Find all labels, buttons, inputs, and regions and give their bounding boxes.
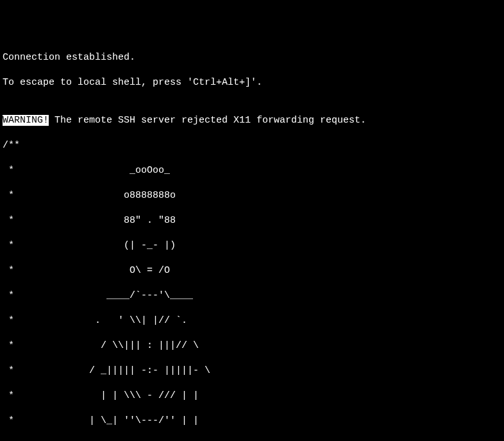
motd-ascii-art: * (| -_- |) — [3, 239, 501, 252]
escape-hint: To escape to local shell, press 'Ctrl+Al… — [3, 76, 501, 89]
motd-ascii-art: * O\ = /O — [3, 264, 501, 277]
motd-ascii-art: * . ' \\| |// `. — [3, 315, 501, 327]
motd-ascii-art: * ____/`---'\____ — [3, 290, 501, 302]
motd-ascii-art: * 88" . "88 — [3, 214, 501, 227]
motd-ascii-art: /** — [3, 139, 501, 152]
motd-ascii-art: * | \_| ''\---/'' | | — [3, 415, 501, 428]
warning-text: The remote SSH server rejected X11 forwa… — [49, 115, 366, 126]
connection-status: Connection established. — [3, 51, 501, 64]
motd-ascii-art: * o8888888o — [3, 189, 501, 202]
warning-label: WARNING! — [3, 115, 49, 126]
motd-ascii-art: * _ooOoo_ — [3, 164, 501, 177]
motd-ascii-art: * / _||||| -:- |||||- \ — [3, 365, 501, 377]
warning-line: WARNING! The remote SSH server rejected … — [3, 114, 501, 127]
motd-ascii-art: * / \\||| : |||// \ — [3, 340, 501, 352]
motd-ascii-art: * | | \\\ - /// | | — [3, 390, 501, 402]
